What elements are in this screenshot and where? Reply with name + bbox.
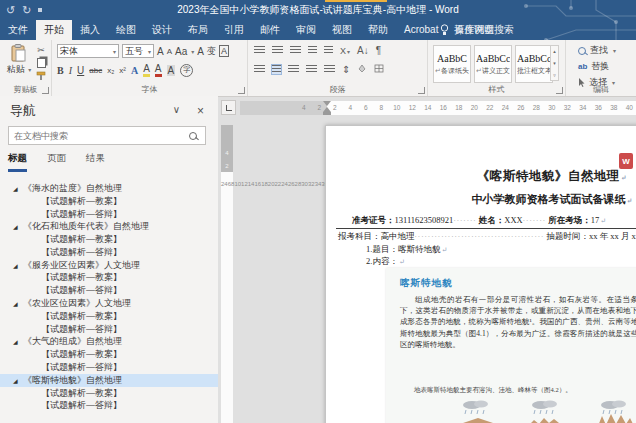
nav-item[interactable]: 【试题解析—答辩】 (0, 323, 218, 336)
dialog-launcher-icon[interactable] (418, 87, 425, 94)
multilevel-list-icon[interactable] (290, 46, 301, 55)
nav-item[interactable]: 【试题解析—教案】 (0, 233, 218, 246)
ribbon-tab[interactable]: 邮件 (252, 20, 288, 40)
sort-icon[interactable]: A↓ (357, 45, 369, 56)
scroll-down-icon[interactable]: ▾ (553, 60, 556, 66)
font-size-combobox[interactable]: 五号▾ (122, 44, 154, 58)
dialog-launcher-icon[interactable] (556, 87, 563, 94)
expand-triangle-icon[interactable]: ◢ (13, 262, 23, 269)
nav-tab[interactable]: 标题 (8, 152, 27, 172)
nav-search-input[interactable] (9, 131, 189, 141)
textbook-scan-image[interactable]: 喀斯特地貌 组成地壳的岩石有一部分是可溶性岩石，如石灰岩等。在适当条件下，这类岩… (386, 268, 636, 423)
bullets-icon[interactable] (254, 46, 265, 55)
document-page[interactable]: W 《喀斯特地貌》自然地理↵ 中小学教师资格考试面试备课纸↵ 准考证号：1311… (325, 125, 636, 423)
search-icon[interactable] (189, 132, 197, 140)
nav-item[interactable]: 【试题解析—答辩】 (0, 361, 218, 374)
grow-font-button[interactable]: A (157, 46, 164, 57)
align-center-icon[interactable] (272, 65, 281, 74)
subscript-button[interactable]: x₂ (107, 66, 114, 75)
enclose-characters-button[interactable]: 字 (180, 64, 193, 77)
dialog-launcher-icon[interactable] (238, 87, 245, 94)
shrink-font-button[interactable]: A (167, 47, 172, 56)
nav-collapse-chevron-icon[interactable]: ∨ (173, 104, 180, 115)
gallery-more-icon[interactable]: ▿ (553, 72, 556, 78)
nav-close-icon[interactable]: × (197, 104, 204, 118)
align-left-icon[interactable] (254, 65, 265, 74)
dialog-launcher-icon[interactable] (42, 87, 49, 94)
ribbon-tab[interactable]: 视图 (324, 20, 360, 40)
change-case-button[interactable]: Aa (175, 46, 187, 57)
nav-item[interactable]: 【试题解析—答辩】 (0, 284, 218, 297)
phonetic-guide-button[interactable]: 变 (207, 45, 216, 58)
format-painter-icon[interactable] (36, 71, 46, 81)
underline-button[interactable]: U (77, 65, 84, 76)
nav-item[interactable]: ◢ 《化石和地质年代表》自然地理 (0, 220, 218, 233)
ribbon-tab[interactable]: 开始 (36, 20, 72, 40)
ribbon-tab[interactable]: 绘图 (108, 20, 144, 40)
align-right-icon[interactable] (288, 65, 299, 74)
clear-formatting-button[interactable]: A (197, 46, 204, 57)
nav-item[interactable]: ◢ 《服务业区位因素》人文地理 (0, 259, 218, 272)
ribbon-tab[interactable]: 布局 (180, 20, 216, 40)
nav-item[interactable]: ◢ 《农业区位因素》人文地理 (0, 297, 218, 310)
expand-triangle-icon[interactable]: ◢ (13, 300, 23, 307)
nav-tab[interactable]: 页面 (47, 152, 66, 172)
nav-tab[interactable]: 结果 (86, 152, 105, 172)
justify-icon[interactable] (306, 65, 317, 74)
ribbon-tab[interactable]: 插入 (72, 20, 108, 40)
font-name-combobox[interactable]: 宋体▾ (57, 44, 119, 58)
style-card[interactable]: AaBbCcDdEe 批注框文本 (515, 45, 553, 83)
cut-icon[interactable]: ✂ (37, 45, 45, 54)
superscript-button[interactable]: x² (119, 66, 126, 75)
numbering-icon[interactable] (272, 46, 283, 55)
expand-triangle-icon[interactable]: ◢ (13, 377, 23, 384)
indent-markers[interactable] (322, 101, 332, 115)
scroll-up-icon[interactable]: ▴ (553, 48, 556, 54)
ribbon-tab[interactable]: 帮助 (360, 20, 396, 40)
tell-me-search[interactable]: 操作说明搜索 (440, 20, 514, 40)
distribute-icon[interactable] (324, 65, 335, 74)
nav-item[interactable]: 【试题解析—答辩】 (0, 246, 218, 259)
nav-item[interactable]: 【试题解析—教案】 (0, 310, 218, 323)
replace-button[interactable]: ab替换 (578, 60, 616, 73)
nav-item[interactable]: 【试题解析—教案】 (0, 272, 218, 285)
nav-item[interactable]: 【试题解析—教案】 (0, 387, 218, 400)
nav-item[interactable]: 【试题解析—答辩】 (0, 400, 218, 413)
style-card[interactable]: AaBbC ↵备课纸头 (433, 45, 471, 83)
tab-selector[interactable] (221, 100, 236, 115)
find-button[interactable]: 查找▾ (578, 44, 616, 57)
nav-item[interactable]: 【试题解析—教案】 (0, 195, 218, 208)
increase-indent-icon[interactable] (324, 46, 333, 55)
paste-button[interactable]: 粘贴 ▾ (6, 44, 32, 76)
decrease-indent-icon[interactable] (308, 46, 317, 55)
copy-icon[interactable] (37, 58, 46, 67)
ribbon-tab[interactable]: 引用 (216, 20, 252, 40)
ribbon-tab[interactable]: 审阅 (288, 20, 324, 40)
strikethrough-button[interactable]: abc (89, 66, 102, 75)
nav-item[interactable]: ◢ 《喀斯特地貌》自然地理 (0, 374, 218, 387)
highlight-color-button[interactable]: A (143, 63, 150, 77)
ribbon-tab[interactable]: Acrobat (396, 20, 446, 40)
styles-gallery-scroll[interactable]: ▴ ▾ ▿ (550, 45, 559, 81)
ribbon-tab[interactable]: 设计 (144, 20, 180, 40)
nav-item[interactable]: 【试题解析—教案】 (0, 348, 218, 361)
text-effects-button[interactable]: A (131, 65, 138, 76)
show-marks-icon[interactable]: ¶ (376, 45, 381, 56)
italic-button[interactable]: I (69, 65, 72, 76)
line-spacing-icon[interactable]: ⇕ (342, 64, 350, 75)
style-card[interactable]: AaBbCcDdl ↵讲义正文 (474, 45, 512, 83)
expand-triangle-icon[interactable]: ◢ (13, 223, 23, 230)
character-border-button[interactable]: A (219, 45, 229, 57)
character-shading-button[interactable]: A (167, 65, 176, 76)
bold-button[interactable]: B (57, 65, 64, 76)
borders-icon[interactable] (374, 64, 384, 75)
nav-item[interactable]: ◢ 《大气的组成》自然地理 (0, 336, 218, 349)
ribbon-tab[interactable]: 文件 (0, 20, 36, 40)
nav-item[interactable]: 【试题解析—答辩】 (0, 208, 218, 221)
font-color-button[interactable]: A (155, 63, 162, 77)
asian-layout-icon[interactable]: X▾ (340, 46, 350, 56)
nav-item[interactable]: ◢ 《海水的盐度》自然地理 (0, 182, 218, 195)
expand-triangle-icon[interactable]: ◢ (13, 185, 23, 192)
expand-triangle-icon[interactable]: ◢ (13, 338, 23, 345)
shading-bucket-icon[interactable] (357, 64, 367, 75)
